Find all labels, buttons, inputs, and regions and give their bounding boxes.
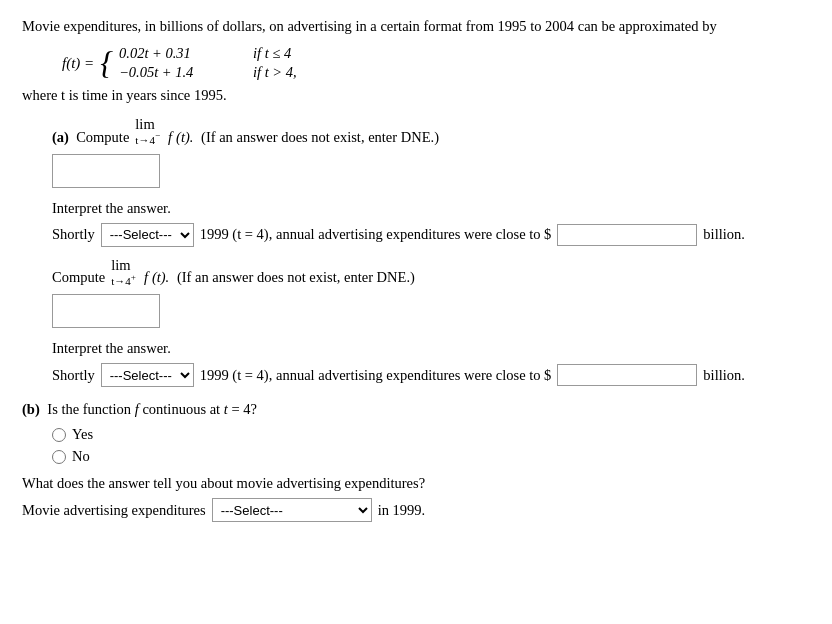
shortly-middle-2: 1999 (t = 4), annual advertising expendi… — [200, 367, 552, 384]
shortly-row-2: Shortly ---Select--- before after 1999 (… — [52, 363, 810, 387]
interpret-block-2: Interpret the answer. Shortly ---Select-… — [52, 340, 810, 387]
yes-radio-row: Yes — [52, 426, 810, 443]
intro-text: Movie expenditures, in billions of dolla… — [22, 18, 810, 35]
answer-input-2[interactable] — [52, 294, 160, 328]
answer-input-1[interactable] — [52, 154, 160, 188]
yes-label[interactable]: Yes — [72, 426, 93, 443]
where-text: where t is time in years since 1995. — [22, 87, 810, 104]
limit-desc-1: (If an answer does not exist, enter DNE.… — [201, 129, 439, 146]
piece2-condition: if t > 4, — [253, 64, 297, 81]
no-radio-row: No — [52, 448, 810, 465]
part-b-label: (b) — [22, 401, 40, 417]
shortly-middle-1: 1999 (t = 4), annual advertising expendi… — [200, 226, 552, 243]
limit-block-1: (a) Compute lim t→4− f(t). (If an answer… — [52, 116, 810, 188]
no-radio[interactable] — [52, 450, 66, 464]
compute-label-1: (a) Compute — [52, 129, 129, 146]
limit-expr-1: (a) Compute lim t→4− f(t). (If an answer… — [52, 116, 810, 146]
piece2-expr: −0.05t + 1.4 — [119, 64, 239, 81]
select-dropdown-2[interactable]: ---Select--- before after — [101, 363, 194, 387]
no-label[interactable]: No — [72, 448, 90, 465]
shortly-label-1: Shortly — [52, 226, 95, 243]
limit-notation-2: lim t→4+ — [111, 257, 136, 287]
interpret-text-1: Interpret the answer. — [52, 200, 810, 217]
piece1-condition: if t ≤ 4 — [253, 45, 291, 62]
interpret-block-1: Interpret the answer. Shortly ---Select-… — [52, 200, 810, 247]
piecewise-row-2: −0.05t + 1.4 if t > 4, — [119, 64, 297, 81]
select-dropdown-3[interactable]: ---Select--- peaked were declining were … — [212, 498, 372, 522]
shortly-after-1: billion. — [703, 226, 745, 243]
limit-fn-paren-1: (t). — [176, 129, 197, 146]
function-definition: f(t) = { 0.02t + 0.31 if t ≤ 4 −0.05t + … — [62, 45, 810, 81]
limit-sub-2: t→4+ — [111, 272, 136, 287]
limit-expr-2: Compute lim t→4+ f(t). (If an answer doe… — [52, 257, 810, 287]
function-label: f(t) = — [62, 55, 94, 72]
piecewise-row-1: 0.02t + 0.31 if t ≤ 4 — [119, 45, 297, 62]
what-does-text: What does the answer tell you about movi… — [22, 475, 810, 492]
shortly-row-1: Shortly ---Select--- before after 1999 (… — [52, 223, 810, 247]
select-dropdown-1[interactable]: ---Select--- before after — [101, 223, 194, 247]
compute-label-2: Compute — [52, 269, 105, 286]
limit-desc-2: (If an answer does not exist, enter DNE.… — [177, 269, 415, 286]
limit-block-2: Compute lim t→4+ f(t). (If an answer doe… — [52, 257, 810, 329]
yes-radio[interactable] — [52, 428, 66, 442]
part-b-question: Is the function f continuous at t = 4? — [47, 401, 257, 417]
dollar-input-1[interactable] — [557, 224, 697, 246]
shortly-label-2: Shortly — [52, 367, 95, 384]
shortly-after-2: billion. — [703, 367, 745, 384]
dollar-input-2[interactable] — [557, 364, 697, 386]
in-year-label: in 1999. — [378, 502, 426, 519]
limit-fn-paren-2: (t). — [152, 269, 173, 286]
limit-fn-1: f — [168, 129, 172, 146]
piece1-expr: 0.02t + 0.31 — [119, 45, 239, 62]
part-b: (b) Is the function f continuous at t = … — [22, 401, 810, 522]
movie-adv-label: Movie advertising expenditures — [22, 502, 206, 519]
limit-notation-1: lim t→4− — [135, 116, 160, 146]
limit-fn-2: f — [144, 269, 148, 286]
part-a: (a) Compute lim t→4− f(t). (If an answer… — [22, 116, 810, 387]
limit-sub-1: t→4− — [135, 131, 160, 146]
piecewise-cases: 0.02t + 0.31 if t ≤ 4 −0.05t + 1.4 if t … — [119, 45, 297, 81]
interpret-text-2: Interpret the answer. — [52, 340, 810, 357]
part-b-header: (b) Is the function f continuous at t = … — [22, 401, 810, 418]
brace-symbol: { — [100, 47, 113, 79]
movie-adv-row: Movie advertising expenditures ---Select… — [22, 498, 810, 522]
